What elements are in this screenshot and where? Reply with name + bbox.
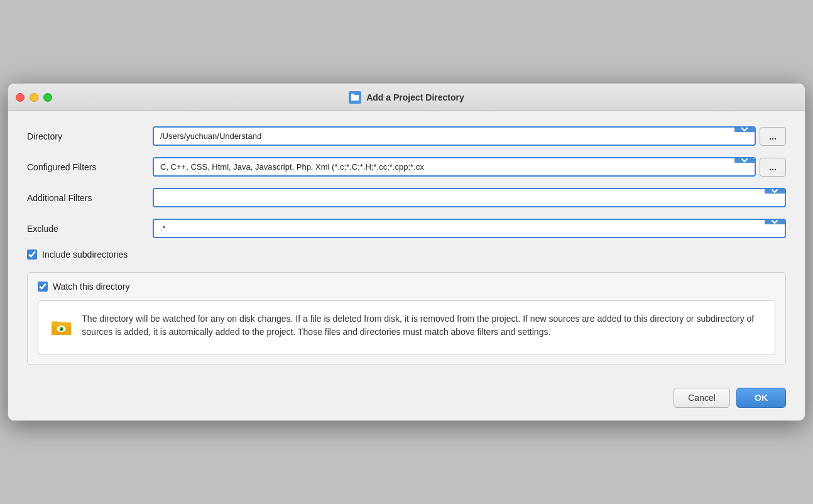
cancel-button[interactable]: Cancel [674,388,730,408]
title-bar: Add a Project Directory [8,84,805,111]
watch-section: Watch this directory [27,272,786,365]
folder-watch-icon [51,312,72,342]
include-subdirectories-checkbox[interactable] [27,249,37,260]
configured-filters-input-group: ... [153,157,786,177]
exclude-dropdown-button[interactable] [765,220,785,224]
configured-filters-row: Configured Filters ... [27,157,786,177]
exclude-row: Exclude [27,219,786,238]
dialog-footer: Cancel OK [8,378,805,420]
watch-info-box: The directory will be watched for any on… [38,300,775,354]
exclude-input-group [153,219,786,238]
dialog-title: Add a Project Directory [349,91,464,104]
additional-filters-row: Additional Filters [27,188,786,207]
include-subdirectories-row: Include subdirectories [27,249,786,260]
configured-filters-input[interactable] [154,158,734,175]
directory-combo [153,126,756,146]
maximize-button[interactable] [43,93,52,102]
exclude-label: Exclude [27,224,153,234]
additional-filters-input[interactable] [154,189,765,206]
form-content: Directory ... Configured Filters [8,111,805,378]
directory-dropdown-button[interactable] [734,128,755,132]
exclude-input[interactable] [154,220,765,237]
additional-filters-label: Additional Filters [27,193,153,203]
exclude-combo [153,219,786,238]
additional-filters-combo [153,188,786,207]
additional-filters-input-group [153,188,786,207]
watch-directory-label: Watch this directory [53,282,129,292]
directory-input-group: ... [153,126,786,146]
minimize-button[interactable] [30,93,38,102]
directory-row: Directory ... [27,126,786,146]
svg-rect-0 [351,95,359,101]
include-subdirectories-label: Include subdirectories [42,249,128,260]
directory-input[interactable] [154,128,734,145]
directory-browse-button[interactable]: ... [760,127,786,146]
ok-button[interactable]: OK [736,388,786,408]
dialog-window: Add a Project Directory Directory ... [8,83,805,421]
dialog-icon [349,91,361,104]
svg-point-8 [60,327,61,328]
window-controls [16,93,52,102]
configured-filters-combo [153,157,756,177]
close-button[interactable] [16,93,25,102]
watch-directory-checkbox[interactable] [38,282,48,292]
additional-filters-dropdown-button[interactable] [765,189,785,194]
configured-filters-browse-button[interactable]: ... [760,158,786,177]
configured-filters-label: Configured Filters [27,162,153,172]
directory-label: Directory [27,131,153,141]
watch-info-text: The directory will be watched for any on… [82,312,762,339]
watch-header: Watch this directory [38,282,775,292]
svg-rect-1 [351,94,354,96]
configured-filters-dropdown-button[interactable] [734,158,755,163]
